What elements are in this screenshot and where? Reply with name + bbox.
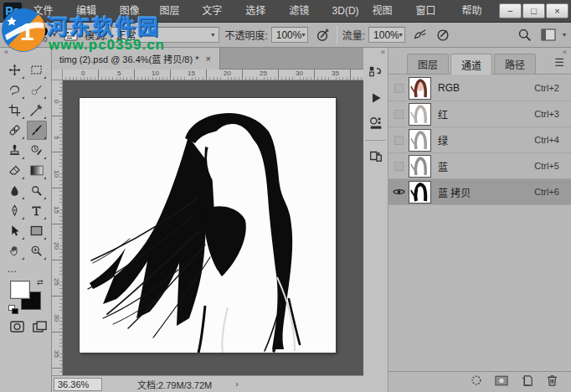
move-tool[interactable]	[5, 60, 25, 80]
rectangular-marquee-tool[interactable]	[27, 60, 47, 80]
channel-thumbnail	[409, 103, 431, 126]
workspace-switcher-icon[interactable]	[539, 26, 558, 44]
chevron-down-icon[interactable]: ▾	[563, 31, 566, 39]
blend-mode-value: 正常	[116, 28, 136, 42]
menu-layer[interactable]: 图层(L)	[153, 0, 196, 23]
history-panel-icon[interactable]	[366, 63, 386, 83]
menu-view[interactable]: 视图(V)	[366, 0, 409, 23]
channel-thumbnail	[409, 129, 431, 152]
rectangle-shape-tool[interactable]	[27, 221, 47, 240]
new-channel-button[interactable]	[519, 374, 534, 387]
visibility-toggle[interactable]	[388, 136, 409, 145]
close-tab-icon[interactable]: ×	[205, 54, 210, 64]
airbrush-toggle-icon[interactable]	[410, 26, 429, 44]
tool-presets-panel-icon[interactable]	[366, 113, 386, 133]
menu-select[interactable]: 选择(S)	[239, 0, 282, 23]
visibility-toggle[interactable]	[388, 188, 409, 196]
eraser-tool[interactable]	[5, 161, 25, 180]
ruler-origin[interactable]	[52, 70, 63, 80]
blur-tool[interactable]	[5, 181, 25, 200]
chevron-down-icon[interactable]: ▾	[53, 31, 56, 39]
panel-menu-icon[interactable]: ☰	[554, 59, 564, 67]
ruler-label: 35	[53, 350, 60, 358]
search-icon[interactable]	[516, 26, 534, 44]
tool-options-bar: ▾ 90 ▾ 模式: 正常 ▾ 不透明度: 100% ▾	[0, 23, 571, 48]
hand-tool[interactable]	[5, 241, 25, 260]
document-canvas[interactable]	[80, 98, 336, 353]
dodge-tool[interactable]	[27, 181, 47, 200]
blend-mode-select[interactable]: 正常 ▾	[111, 27, 219, 43]
type-tool[interactable]	[27, 201, 47, 220]
tool-preset-picker[interactable]: ▾	[5, 25, 30, 44]
brush-tool[interactable]	[27, 121, 47, 140]
clone-source-panel-icon[interactable]	[366, 146, 386, 166]
zoom-tool[interactable]	[27, 241, 47, 260]
quick-selection-tool[interactable]	[27, 80, 47, 100]
flow-select[interactable]: 100% ▾	[368, 27, 405, 43]
swap-colors-icon[interactable]: ⇄	[37, 278, 44, 286]
menu-3d[interactable]: 3D(D)	[326, 0, 366, 23]
tab-paths[interactable]: 路径	[494, 54, 536, 74]
screen-mode-button[interactable]	[33, 321, 47, 335]
menu-image[interactable]: 图像(I)	[113, 0, 153, 23]
visibility-toggle[interactable]	[388, 84, 409, 93]
edit-toolbar-button[interactable]: …	[5, 264, 47, 274]
close-button[interactable]: ×	[546, 3, 568, 18]
menu-help[interactable]: 帮助(H)	[455, 0, 499, 23]
opacity-pressure-icon[interactable]	[313, 26, 332, 44]
channel-name: 红	[438, 107, 534, 121]
channel-shortcut: Ctrl+4	[534, 135, 559, 145]
maximize-button[interactable]: □	[522, 3, 545, 18]
channels-panel-footer	[388, 371, 571, 389]
brush-size-preview[interactable]: 90	[39, 27, 48, 44]
path-selection-tool[interactable]	[5, 221, 25, 240]
menu-filter[interactable]: 滤镜(T)	[282, 0, 325, 23]
eyedropper-tool[interactable]	[27, 101, 47, 120]
channel-row-red[interactable]: 红 Ctrl+3	[388, 101, 571, 127]
minimize-button[interactable]: −	[499, 3, 522, 18]
expand-panels-icon[interactable]: «	[363, 48, 388, 58]
smoothing-pressure-icon[interactable]	[434, 26, 452, 44]
status-options-arrow[interactable]: ›	[235, 379, 238, 389]
spot-healing-brush-tool[interactable]	[5, 121, 25, 140]
pen-tool[interactable]	[5, 201, 25, 220]
menu-edit[interactable]: 编辑(E)	[69, 0, 113, 23]
status-bar: 36.36% 文档:2.79M/3.72M ›	[52, 375, 363, 392]
ruler-label: 15	[188, 70, 195, 77]
menu-type[interactable]: 文字(Y)	[195, 0, 239, 23]
quick-mask-mode-button[interactable]	[10, 321, 24, 335]
crop-tool[interactable]	[5, 101, 25, 120]
delete-channel-button[interactable]	[544, 374, 559, 387]
document-size-info: 文档:2.79M/3.72M	[137, 378, 212, 391]
zoom-level-value: 36.36%	[58, 379, 89, 389]
channel-row-green[interactable]: 绿 Ctrl+4	[388, 127, 571, 153]
lasso-tool[interactable]	[5, 80, 25, 100]
menu-file[interactable]: 文件(F)	[27, 0, 69, 23]
toolbar-collapse-icon[interactable]: «	[0, 48, 51, 59]
visibility-toggle[interactable]	[388, 110, 409, 119]
visibility-toggle[interactable]	[388, 162, 409, 171]
menu-window[interactable]: 窗口(W)	[409, 0, 455, 23]
channel-row-blue[interactable]: 蓝 Ctrl+5	[388, 153, 571, 179]
foreground-color-swatch[interactable]	[10, 281, 30, 299]
canvas-workspace[interactable]	[63, 80, 363, 375]
load-channel-selection-button[interactable]	[469, 374, 484, 387]
default-colors-icon[interactable]	[8, 305, 18, 314]
tab-channels[interactable]: 通道	[450, 54, 492, 75]
opacity-select[interactable]: 100% ▾	[271, 27, 308, 43]
ruler-label: 0	[53, 100, 60, 103]
actions-panel-icon[interactable]	[366, 88, 386, 108]
channel-row-blue-copy[interactable]: 蓝 拷贝 Ctrl+6	[388, 179, 571, 205]
document-title: timg (2).psd @ 36.4%(蓝 拷贝/8) *	[59, 52, 198, 65]
history-brush-tool[interactable]	[27, 141, 47, 160]
gradient-tool[interactable]	[27, 161, 47, 180]
save-selection-as-channel-button[interactable]	[494, 374, 509, 387]
channel-row-rgb[interactable]: RGB Ctrl+2	[388, 75, 571, 101]
document-tab[interactable]: timg (2).psd @ 36.4%(蓝 拷贝/8) * ×	[52, 48, 220, 70]
chevron-down-icon: ▾	[211, 31, 214, 39]
zoom-level-field[interactable]: 36.36%	[54, 378, 102, 391]
tab-layers[interactable]: 图层	[407, 54, 449, 74]
clone-stamp-tool[interactable]	[5, 141, 25, 160]
toggle-brush-panel-button[interactable]	[61, 26, 80, 44]
eye-well	[394, 136, 404, 145]
